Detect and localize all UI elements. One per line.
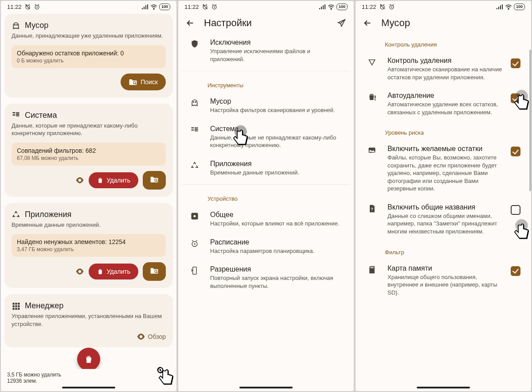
trash-icon bbox=[97, 268, 104, 275]
page-title: Настройки bbox=[204, 17, 252, 29]
status-bar: 11:22 100 bbox=[178, 1, 354, 11]
svg-rect-48 bbox=[372, 267, 372, 268]
card-grid: Менеджер Управление приложениями, устано… bbox=[4, 294, 173, 347]
settings-row-image[interactable]: Включить желаемые остатки Файлы, которые… bbox=[359, 140, 528, 198]
button-label: Обзор bbox=[148, 333, 166, 340]
row-subtitle: Настройка параметров планировщика. bbox=[210, 247, 343, 255]
svg-rect-38 bbox=[193, 267, 196, 275]
svg-point-4 bbox=[17, 24, 18, 25]
settings-row-alarm[interactable]: Расписание Настройка параметров планиров… bbox=[182, 233, 350, 260]
battery-indicator: 100 bbox=[159, 4, 170, 10]
alarm-off-icon bbox=[202, 4, 208, 10]
card-system: Система Данные, которые не принадлежат к… bbox=[4, 104, 173, 197]
grid-icon bbox=[12, 302, 20, 310]
status-bar: 11:22 100 bbox=[356, 1, 531, 11]
checkbox[interactable] bbox=[511, 266, 520, 276]
settings-scroll[interactable]: Исключения Управление исключениями файло… bbox=[178, 33, 354, 391]
screen-settings: 11:22 100 Настройки Исключения Управлени… bbox=[178, 1, 354, 391]
card-subtitle: Данные, которые не принадлежат какому-ли… bbox=[12, 122, 166, 137]
status-bar: 11:22 100 bbox=[1, 1, 176, 11]
stat-box: Обнаружено остатков приложений: 0 0 Б мо… bbox=[12, 45, 166, 68]
row-title: Система bbox=[210, 125, 343, 133]
svg-rect-33 bbox=[195, 129, 198, 130]
svg-rect-32 bbox=[195, 128, 198, 129]
card-recycle: Приложения Временные данные приложений. … bbox=[4, 203, 173, 288]
rescan-button[interactable] bbox=[143, 171, 166, 190]
checkbox[interactable] bbox=[511, 93, 520, 103]
svg-rect-9 bbox=[16, 113, 20, 114]
settings-row-gear[interactable]: Общее Настройки, которые влияют на всё п… bbox=[182, 206, 350, 233]
row-subtitle: Автоматическое сканирование на наличие о… bbox=[387, 66, 503, 81]
row-title: Карта памяти bbox=[387, 264, 503, 272]
dashboard-scroll[interactable]: Мусор Данные, принадлежащие уже удаленны… bbox=[1, 11, 176, 391]
back-icon[interactable] bbox=[185, 18, 195, 28]
scrollbar[interactable] bbox=[529, 50, 531, 191]
section-label: Уровень риска bbox=[359, 121, 528, 140]
telegram-icon[interactable] bbox=[337, 18, 347, 28]
nav-handle[interactable] bbox=[239, 387, 293, 388]
settings-row-triangle[interactable]: Контроль удаления Автоматическое сканиро… bbox=[359, 51, 528, 86]
svg-rect-11 bbox=[16, 116, 20, 116]
settings-row-system[interactable]: Система Данные, которые не принадлежат к… bbox=[182, 120, 350, 155]
stat-primary: Обнаружено остатков приложений: 0 bbox=[17, 50, 160, 57]
alarm-icon bbox=[211, 4, 218, 10]
alarm-icon bbox=[388, 4, 395, 10]
alarm-off-icon bbox=[24, 4, 31, 10]
nav-handle[interactable] bbox=[62, 387, 115, 388]
settings-scroll[interactable]: Контроль удаления Контроль удаления Авто… bbox=[356, 33, 531, 391]
preview-button[interactable] bbox=[75, 268, 84, 275]
settings-row-filequestion[interactable]: ? Включить общие названия Данные со слиш… bbox=[359, 198, 528, 241]
checkbox[interactable] bbox=[511, 147, 520, 156]
svg-point-3 bbox=[15, 24, 16, 25]
settings-row-sdcard[interactable]: Карта памяти Хранилище общего пользовани… bbox=[359, 259, 528, 302]
battery-indicator: 100 bbox=[514, 4, 525, 10]
row-subtitle: Временные данные приложений. bbox=[210, 169, 343, 177]
back-icon[interactable] bbox=[363, 18, 372, 28]
screen-dashboard: 11:22 100 Мусор Данные, принадлежащие уж… bbox=[1, 1, 176, 391]
page-title: Мусор bbox=[381, 17, 410, 29]
settings-row-recycle[interactable]: Приложения Временные данные приложений. bbox=[182, 155, 350, 182]
svg-rect-15 bbox=[15, 303, 17, 304]
trashwarn-icon bbox=[368, 93, 376, 101]
sdcard-icon bbox=[368, 265, 376, 274]
settings-row-ghost[interactable]: Мусор Настройка фильтров сканирования и … bbox=[182, 92, 350, 120]
app-bar: Настройки bbox=[178, 11, 354, 33]
system-icon bbox=[190, 126, 199, 135]
settings-row-phone[interactable]: Разрешения Повторный запуск экрана настр… bbox=[182, 260, 350, 295]
preview-button[interactable] bbox=[75, 177, 84, 183]
ghost-icon bbox=[12, 21, 20, 30]
row-title: Контроль удаления bbox=[387, 57, 503, 65]
review-button[interactable]: Обзор bbox=[137, 333, 166, 340]
rescan-button[interactable] bbox=[143, 262, 166, 281]
checkbox[interactable] bbox=[511, 205, 520, 215]
button-label: Удалить bbox=[107, 177, 130, 184]
svg-rect-47 bbox=[371, 267, 372, 268]
svg-rect-29 bbox=[192, 127, 194, 128]
search-button[interactable]: Поиск bbox=[121, 74, 166, 90]
svg-text:?: ? bbox=[371, 207, 373, 211]
settings-row-trashwarn[interactable]: Автоудаление Автоматическое удаление все… bbox=[359, 86, 528, 121]
svg-rect-17 bbox=[13, 305, 15, 307]
card-subtitle: Управление приложениями, установленными … bbox=[12, 312, 166, 328]
svg-point-42 bbox=[508, 9, 509, 9]
row-title: Общее bbox=[210, 211, 343, 219]
phone-icon bbox=[190, 266, 199, 275]
svg-rect-21 bbox=[15, 308, 17, 310]
delete-button[interactable]: Удалить bbox=[89, 264, 138, 279]
fab-delete-all[interactable] bbox=[77, 348, 100, 371]
row-title: Приложения bbox=[210, 160, 343, 168]
svg-point-36 bbox=[194, 215, 196, 217]
alarm-icon bbox=[190, 239, 199, 248]
recycle-icon bbox=[190, 161, 199, 170]
section-label: Инструменты bbox=[182, 74, 350, 92]
checkbox[interactable] bbox=[511, 58, 520, 68]
svg-rect-6 bbox=[13, 112, 16, 113]
row-subtitle: Данные, которые не принадлежат какому-ли… bbox=[210, 134, 343, 149]
row-subtitle: Файлы, которые Вы, возможно, захотите со… bbox=[387, 154, 503, 193]
settings-row-shield[interactable]: Исключения Управление исключениями файло… bbox=[182, 33, 350, 68]
delete-button[interactable]: Удалить bbox=[89, 172, 138, 188]
svg-rect-19 bbox=[18, 305, 20, 307]
nav-handle[interactable] bbox=[417, 387, 470, 388]
folder-search-icon bbox=[129, 78, 137, 86]
svg-point-26 bbox=[331, 9, 331, 9]
